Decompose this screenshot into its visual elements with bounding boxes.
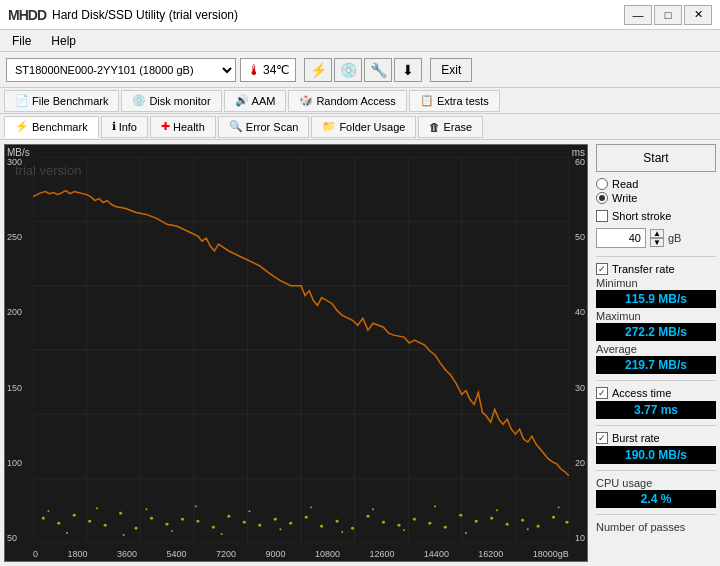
y-labels-right: 60 50 40 30 20 10	[575, 157, 585, 543]
app-logo: MHDD	[8, 7, 46, 23]
minimum-label: Minimun	[596, 277, 716, 289]
minimize-button[interactable]: —	[624, 5, 652, 25]
y-label-r-30: 30	[575, 383, 585, 393]
file-benchmark-icon: 📄	[15, 94, 29, 107]
svg-point-18	[42, 517, 45, 520]
svg-point-26	[165, 523, 168, 526]
radio-read-label: Read	[612, 178, 638, 190]
y-label-150: 150	[7, 383, 22, 393]
toolbar-icon-2[interactable]: 💿	[334, 58, 362, 82]
svg-point-65	[372, 508, 374, 510]
checkbox-access-time[interactable]: Access time	[596, 387, 716, 399]
main-content: MB/s ms trial version 300 250 200 150 10…	[0, 140, 720, 566]
stroke-input[interactable]: 40	[596, 228, 646, 248]
nav-error-scan[interactable]: 🔍 Error Scan	[218, 116, 310, 138]
x-label-16200: 16200	[478, 549, 503, 559]
nav-error-scan-label: Error Scan	[246, 121, 299, 133]
chart-area: MB/s ms trial version 300 250 200 150 10…	[4, 144, 588, 562]
nav-extra-tests[interactable]: 📋 Extra tests	[409, 90, 500, 112]
folder-usage-icon: 📁	[322, 120, 336, 133]
transfer-rate-section: Transfer rate Minimun 115.9 MB/s Maximun…	[596, 263, 716, 374]
access-time-value: 3.77 ms	[596, 401, 716, 419]
svg-point-35	[305, 516, 308, 519]
average-value: 219.7 MB/s	[596, 356, 716, 374]
maximum-stat: Maximun 272.2 MB/s	[596, 310, 716, 341]
erase-icon: 🗑	[429, 121, 440, 133]
nav-health-label: Health	[173, 121, 205, 133]
aam-icon: 🔊	[235, 94, 249, 107]
error-scan-icon: 🔍	[229, 120, 243, 133]
radio-write-circle	[596, 192, 608, 204]
radio-read[interactable]: Read	[596, 178, 716, 190]
svg-point-56	[123, 534, 125, 536]
y-label-250: 250	[7, 232, 22, 242]
nav-random-access[interactable]: 🎲 Random Access	[288, 90, 406, 112]
stroke-down-button[interactable]: ▼	[650, 238, 664, 247]
cpu-usage-value: 2.4 %	[596, 490, 716, 508]
short-stroke-label: Short stroke	[612, 210, 671, 222]
toolbar-icon-4[interactable]: ⬇	[394, 58, 422, 82]
nav-disk-monitor[interactable]: 💿 Disk monitor	[121, 90, 221, 112]
num-passes-label: Number of passes	[596, 521, 716, 533]
divider-5	[596, 514, 716, 515]
svg-point-51	[552, 516, 555, 519]
app-title: Hard Disk/SSD Utility (trial version)	[52, 8, 238, 22]
x-label-9000: 9000	[265, 549, 285, 559]
menu-help[interactable]: Help	[43, 32, 84, 50]
burst-rate-label: Burst rate	[612, 432, 660, 444]
radio-write[interactable]: Write	[596, 192, 716, 204]
menu-file[interactable]: File	[4, 32, 39, 50]
nav-extra-tests-label: Extra tests	[437, 95, 489, 107]
extra-tests-icon: 📋	[420, 94, 434, 107]
svg-point-31	[243, 521, 246, 524]
x-label-10800: 10800	[315, 549, 340, 559]
nav-info[interactable]: ℹ Info	[101, 116, 148, 138]
y-label-200: 200	[7, 307, 22, 317]
nav-erase[interactable]: 🗑 Erase	[418, 116, 483, 138]
checkbox-transfer-rate[interactable]: Transfer rate	[596, 263, 716, 275]
toolbar-icon-1[interactable]: ⚡	[304, 58, 332, 82]
svg-point-59	[195, 505, 197, 507]
checkbox-short-stroke[interactable]: Short stroke	[596, 210, 716, 222]
svg-point-63	[310, 506, 312, 508]
y-label-r-20: 20	[575, 458, 585, 468]
svg-point-22	[104, 524, 107, 527]
svg-point-32	[258, 524, 261, 527]
nav-folder-usage[interactable]: 📁 Folder Usage	[311, 116, 416, 138]
nav-benchmark[interactable]: ⚡ Benchmark	[4, 116, 99, 138]
y-label-r-40: 40	[575, 307, 585, 317]
nav-row-1: 📄 File Benchmark 💿 Disk monitor 🔊 AAM 🎲 …	[0, 88, 720, 114]
stroke-row: 40 ▲ ▼ gB	[596, 228, 716, 248]
divider-4	[596, 470, 716, 471]
close-button[interactable]: ✕	[684, 5, 712, 25]
divider-1	[596, 256, 716, 257]
nav-aam[interactable]: 🔊 AAM	[224, 90, 287, 112]
cpu-usage-label: CPU usage	[596, 477, 716, 489]
maximum-value: 272.2 MB/s	[596, 323, 716, 341]
svg-point-25	[150, 517, 153, 520]
svg-point-36	[320, 525, 323, 528]
thermometer-icon: 🌡	[247, 62, 261, 78]
y-labels-left: 300 250 200 150 100 50	[7, 157, 22, 543]
titlebar-left: MHDD Hard Disk/SSD Utility (trial versio…	[8, 7, 238, 23]
info-icon: ℹ	[112, 120, 116, 133]
start-button[interactable]: Start	[596, 144, 716, 172]
svg-point-60	[221, 533, 223, 535]
nav-file-benchmark[interactable]: 📄 File Benchmark	[4, 90, 119, 112]
svg-point-21	[88, 520, 91, 523]
svg-point-41	[397, 524, 400, 527]
y-label-r-10: 10	[575, 533, 585, 543]
toolbar-icon-3[interactable]: 🔧	[364, 58, 392, 82]
stroke-up-button[interactable]: ▲	[650, 229, 664, 238]
nav-health[interactable]: ✚ Health	[150, 116, 216, 138]
exit-button[interactable]: Exit	[430, 58, 472, 82]
drive-select[interactable]: ST18000NE000-2YY101 (18000 gB)	[6, 58, 236, 82]
svg-point-70	[527, 528, 529, 530]
svg-point-38	[351, 527, 354, 530]
health-icon: ✚	[161, 120, 170, 133]
divider-3	[596, 425, 716, 426]
benchmark-chart	[33, 157, 569, 543]
maximize-button[interactable]: □	[654, 5, 682, 25]
svg-point-30	[227, 515, 230, 518]
checkbox-burst-rate[interactable]: Burst rate	[596, 432, 716, 444]
